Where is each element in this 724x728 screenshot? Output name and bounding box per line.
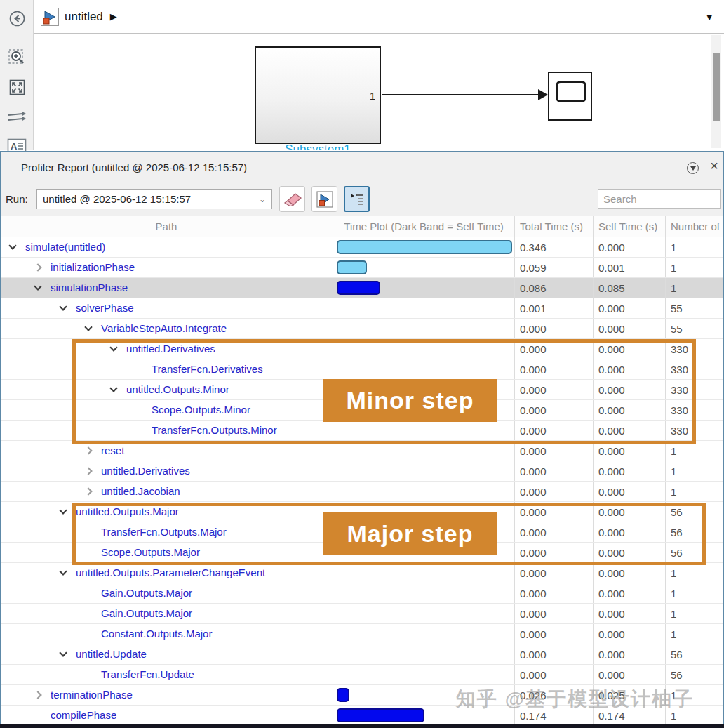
- path-link[interactable]: untitled.Derivatives: [126, 343, 215, 355]
- subsystem-block[interactable]: 1: [255, 46, 381, 144]
- table-row[interactable]: TransferFcn.Outputs.Major0.0000.00056: [0, 522, 724, 543]
- expand-chevron-icon[interactable]: [84, 467, 92, 475]
- run-dropdown[interactable]: untitled @ 2025-06-12 15:15:57 ⌄: [36, 189, 272, 209]
- path-link[interactable]: compilePhase: [51, 709, 116, 721]
- path-link[interactable]: VariableStepAuto.Integrate: [101, 322, 227, 334]
- table-row[interactable]: Gain.Outputs.Major0.0000.0001: [0, 604, 724, 624]
- model-canvas[interactable]: 1 Subsystem1: [34, 34, 724, 150]
- path-link[interactable]: reset: [101, 444, 124, 456]
- column-header-time-plot[interactable]: Time Plot (Dark Band = Self Time): [333, 216, 514, 237]
- expand-chevron-icon[interactable]: [84, 487, 92, 495]
- open-model-button[interactable]: [311, 186, 337, 212]
- path-link[interactable]: simulationPhase: [51, 282, 128, 293]
- table-row[interactable]: Gain.Outputs.Major0.0000.0001: [0, 583, 724, 604]
- back-button[interactable]: [0, 10, 34, 27]
- path-link[interactable]: untitled.Outputs.Major: [76, 505, 179, 517]
- table-row[interactable]: untitled.Update0.0000.00056: [0, 644, 724, 665]
- time-plot-cell: [333, 298, 514, 318]
- table-row[interactable]: untitled.Outputs.ParameterChangeEvent0.0…: [0, 563, 724, 583]
- path-link[interactable]: initializationPhase: [51, 261, 135, 273]
- table-row[interactable]: Constant.Outputs.Major0.0000.0001: [0, 624, 724, 644]
- self-cell: 0.000: [593, 339, 665, 359]
- fit-to-view-icon[interactable]: [0, 77, 34, 97]
- path-link[interactable]: untitled.Outputs.ParameterChangeEvent: [76, 567, 265, 578]
- collapse-chevron-icon[interactable]: [59, 649, 67, 656]
- path-link[interactable]: untitled.Update: [76, 648, 147, 660]
- table-row[interactable]: reset0.0000.0001: [0, 441, 724, 461]
- column-header-number-of[interactable]: Number of: [665, 216, 724, 237]
- table-row[interactable]: VariableStepAuto.Integrate0.0000.00055: [0, 319, 724, 339]
- collapse-chevron-icon[interactable]: [109, 384, 117, 392]
- total-cell: 0.000: [514, 359, 593, 379]
- scope-block[interactable]: [548, 72, 592, 121]
- collapse-chevron-icon[interactable]: [59, 303, 67, 310]
- panel-options-icon[interactable]: [687, 162, 699, 174]
- collapse-chevron-icon[interactable]: [59, 506, 67, 514]
- path-link[interactable]: Gain.Outputs.Major: [101, 587, 192, 599]
- calls-cell: 330: [665, 339, 724, 359]
- close-icon[interactable]: ×: [710, 159, 718, 173]
- collapse-chevron-icon[interactable]: [34, 282, 41, 290]
- path-link[interactable]: Scope.Outputs.Major: [101, 546, 200, 558]
- table-row[interactable]: compilePhase0.1740.1741: [0, 706, 724, 726]
- table-row[interactable]: Scope.Outputs.Major0.0000.00056: [0, 543, 724, 563]
- table-row[interactable]: Scope.Outputs.Minor0.0000.000330: [0, 400, 724, 421]
- table-row[interactable]: terminationPhase0.0260.0251: [0, 685, 724, 706]
- column-header-self-time[interactable]: Self Time (s): [593, 216, 665, 237]
- total-cell: 0.000: [514, 624, 593, 644]
- table-row[interactable]: solverPhase0.0010.00055: [0, 298, 724, 319]
- breadcrumb-model-name[interactable]: untitled: [65, 10, 103, 24]
- path-link[interactable]: simulate(untitled): [25, 241, 105, 253]
- path-link[interactable]: solverPhase: [76, 302, 134, 314]
- path-link[interactable]: Scope.Outputs.Minor: [152, 404, 250, 416]
- table-row[interactable]: TransferFcn.Outputs.Minor0.0000.000330: [0, 421, 724, 441]
- clear-results-button[interactable]: [279, 186, 305, 212]
- collapse-chevron-icon[interactable]: [84, 323, 92, 331]
- table-row[interactable]: initializationPhase0.0590.0011: [0, 258, 724, 278]
- path-link[interactable]: Constant.Outputs.Major: [101, 628, 212, 640]
- breadcrumb-dropdown-icon[interactable]: ▼: [704, 11, 714, 22]
- table-row[interactable]: untitled.Outputs.Major0.0000.00056: [0, 502, 724, 522]
- scrollbar-thumb[interactable]: [713, 53, 720, 121]
- time-plot-cell: [333, 380, 514, 399]
- table-row[interactable]: untitled.Jacobian0.0000.0001: [0, 482, 724, 502]
- table-row[interactable]: untitled.Derivatives0.0000.0001: [0, 461, 724, 482]
- expand-chevron-icon[interactable]: [34, 691, 41, 699]
- path-link[interactable]: untitled.Jacobian: [101, 485, 180, 497]
- collapse-chevron-icon[interactable]: [8, 241, 16, 249]
- path-link[interactable]: TransferFcn.Derivatives: [152, 363, 263, 375]
- path-cell: untitled.Outputs.Major: [0, 502, 333, 522]
- table-row[interactable]: untitled.Outputs.Minor0.0000.000330: [0, 380, 724, 400]
- expand-chevron-icon[interactable]: [34, 263, 41, 271]
- path-link[interactable]: TransferFcn.Update: [101, 668, 194, 680]
- path-link[interactable]: terminationPhase: [51, 689, 133, 701]
- zoom-region-icon[interactable]: [0, 48, 34, 67]
- self-cell: 0.000: [593, 604, 665, 623]
- canvas-vertical-scrollbar[interactable]: [711, 35, 721, 148]
- simulink-profiler-window: A untitled ▶ ▼ 1 Subsystem1 Profiler Rep…: [0, 0, 724, 728]
- path-cell: VariableStepAuto.Integrate: [0, 319, 333, 338]
- signal-line[interactable]: [382, 94, 538, 95]
- time-plot-cell: [333, 685, 514, 705]
- collapse-chevron-icon[interactable]: [109, 343, 117, 351]
- collapse-chevron-icon[interactable]: [59, 567, 67, 575]
- path-link[interactable]: Gain.Outputs.Major: [101, 607, 192, 619]
- search-input[interactable]: [598, 189, 721, 209]
- time-plot-cell: [333, 563, 514, 583]
- tree-view-toggle-button[interactable]: [344, 186, 370, 212]
- path-link[interactable]: untitled.Derivatives: [101, 465, 190, 477]
- table-row[interactable]: simulationPhase0.0860.0851: [0, 278, 724, 298]
- table-row[interactable]: simulate(untitled)0.3460.0001: [0, 237, 724, 258]
- expand-chevron-icon[interactable]: [84, 446, 92, 454]
- editor-palette-sidebar: A: [0, 0, 34, 150]
- signal-routing-icon[interactable]: [0, 109, 34, 126]
- subsystem-name-label[interactable]: Subsystem1: [255, 143, 381, 150]
- path-link[interactable]: untitled.Outputs.Minor: [126, 383, 229, 395]
- path-link[interactable]: TransferFcn.Outputs.Major: [101, 526, 227, 538]
- path-link[interactable]: TransferFcn.Outputs.Minor: [152, 424, 277, 436]
- column-header-total-time[interactable]: Total Time (s): [514, 216, 593, 237]
- column-header-path[interactable]: Path: [0, 216, 333, 237]
- table-row[interactable]: TransferFcn.Update0.0000.00056: [0, 665, 724, 685]
- table-row[interactable]: TransferFcn.Derivatives0.0000.000330: [0, 359, 724, 380]
- table-row[interactable]: untitled.Derivatives0.0000.000330: [0, 339, 724, 359]
